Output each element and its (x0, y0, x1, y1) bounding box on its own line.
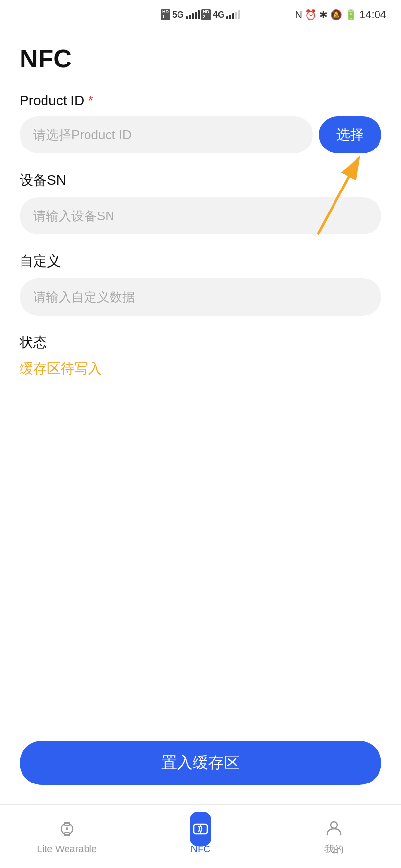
nav-item-mine[interactable]: 我的 (267, 805, 401, 868)
hd-badge-1: HD1 (161, 9, 170, 20)
nav-label-lite-wearable: Lite Wearable (37, 844, 97, 855)
status-time: 14:04 (359, 8, 386, 21)
product-id-section: Product ID * 选择 (20, 93, 381, 153)
lite-wearable-icon (56, 818, 78, 840)
nfc-status-icon: N (295, 9, 302, 21)
product-id-label: Product ID * (20, 93, 381, 108)
4g-icon: 4G (213, 10, 224, 20)
submit-area: 置入缓存区 (0, 726, 401, 804)
device-sn-label: 设备SN (20, 171, 381, 190)
custom-section: 自定义 (20, 252, 381, 316)
device-sn-input[interactable] (20, 197, 381, 234)
bottom-nav: Lite Wearable NFC (0, 804, 401, 868)
signal-bars-1 (186, 10, 200, 19)
bluetooth-icon: ✱ (319, 9, 328, 21)
nav-label-mine: 我的 (324, 843, 344, 856)
battery-icon: 🔋 (345, 9, 357, 21)
silent-icon: 🔕 (330, 9, 342, 21)
status-bar-right-icons: N ⏰ ✱ 🔕 🔋 14:04 (295, 8, 386, 21)
product-id-row: 选择 (20, 116, 381, 153)
mine-icon (323, 817, 345, 839)
alarm-icon: ⏰ (305, 9, 317, 21)
status-bar: HD1 5G HD2 4G (0, 0, 401, 29)
required-star: * (88, 93, 93, 108)
page-title: NFC (20, 44, 381, 73)
custom-input[interactable] (20, 278, 381, 316)
status-section: 状态 缓存区待写入 (20, 333, 381, 378)
nfc-nav-icon (190, 818, 211, 840)
custom-label: 自定义 (20, 252, 381, 271)
submit-button[interactable]: 置入缓存区 (20, 741, 381, 785)
nav-item-lite-wearable[interactable]: Lite Wearable (0, 805, 134, 868)
device-sn-section: 设备SN (20, 171, 381, 234)
signal-bars-2 (226, 10, 240, 19)
svg-point-7 (331, 822, 337, 828)
status-label: 状态 (20, 333, 381, 352)
hd-badge-2: HD2 (201, 9, 211, 20)
signal-icons: HD1 5G HD2 4G (161, 9, 240, 20)
nav-label-nfc: NFC (190, 844, 210, 855)
nav-item-nfc[interactable]: NFC (134, 805, 267, 868)
product-id-input[interactable] (20, 116, 313, 153)
svg-point-5 (66, 827, 68, 830)
5g-icon: 5G (172, 10, 184, 20)
status-value: 缓存区待写入 (20, 360, 381, 378)
select-button[interactable]: 选择 (319, 116, 381, 153)
main-content: NFC Product ID * 选择 (0, 29, 401, 561)
